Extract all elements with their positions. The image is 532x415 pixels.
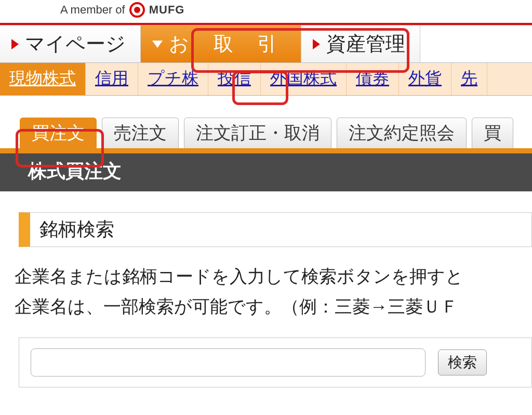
nav-assets-label: 資産管理	[326, 31, 405, 57]
tab-sell-order[interactable]: 売注文	[102, 118, 179, 148]
mufg-brand-text: MUFG	[149, 3, 185, 17]
tab-row: 買注文 売注文 注文訂正・取消 注文約定照会 買	[0, 118, 532, 148]
nav-mypage-label: マイページ	[25, 31, 126, 57]
secondary-nav: 現物株式 信用 プチ株 投信 外国株式 債券 外貨 先	[0, 63, 532, 96]
member-of-text: A member of	[60, 3, 125, 17]
secnav-puchikabu[interactable]: プチ株	[138, 63, 208, 95]
mufg-logo-icon	[129, 2, 145, 18]
instructions: 企業名または銘柄コードを入力して検索ボタンを押すと 企業名は、一部検索が可能です…	[0, 247, 532, 322]
nav-trading[interactable]: お 取 引	[141, 25, 301, 62]
secnav-gaika[interactable]: 外貨	[399, 63, 451, 95]
secnav-genbutsu[interactable]: 現物株式	[0, 63, 86, 95]
search-button[interactable]: 検索	[438, 349, 487, 375]
nav-mypage[interactable]: マイページ	[0, 25, 141, 62]
tab-underline	[0, 148, 532, 153]
tab-buy-order[interactable]: 買注文	[20, 118, 97, 148]
secnav-saiken[interactable]: 債券	[347, 63, 399, 95]
triangle-right-icon	[313, 39, 320, 49]
instructions-line2: 企業名は、一部検索が可能です。（例：三菱→三菱ＵＦ	[15, 292, 532, 322]
nav-trading-label: お 取 引	[169, 31, 286, 57]
search-panel: 検索	[19, 338, 532, 387]
nav-assets[interactable]: 資産管理	[301, 25, 420, 62]
search-input[interactable]	[31, 348, 425, 377]
tab-modify-cancel[interactable]: 注文訂正・取消	[184, 118, 331, 148]
secnav-extra[interactable]: 先	[451, 63, 487, 95]
section-header-search: 銘柄検索	[19, 212, 532, 247]
triangle-down-icon	[152, 41, 163, 48]
tab-extra[interactable]: 買	[472, 118, 513, 148]
tab-row-wrap: 買注文 売注文 注文訂正・取消 注文約定照会 買	[0, 96, 532, 153]
triangle-right-icon	[11, 39, 19, 49]
instructions-line1: 企業名または銘柄コードを入力して検索ボタンを押すと	[15, 262, 532, 292]
primary-nav: マイページ お 取 引 資産管理	[0, 25, 532, 63]
secnav-shinyo[interactable]: 信用	[86, 63, 138, 95]
secnav-toshin[interactable]: 投信	[208, 63, 261, 95]
page-title: 株式買注文	[0, 153, 532, 191]
member-of-line: A member of MUFG	[0, 0, 532, 23]
secnav-gaikoku[interactable]: 外国株式	[261, 63, 347, 95]
tab-execution-inquiry[interactable]: 注文約定照会	[337, 118, 467, 148]
